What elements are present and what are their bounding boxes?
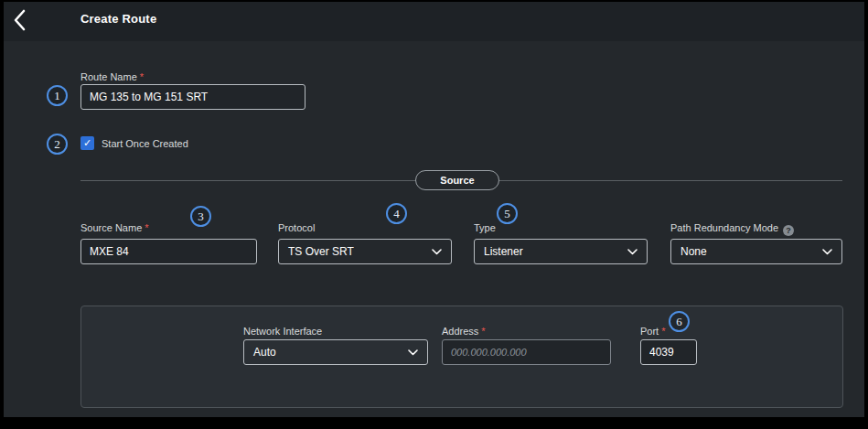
chevron-down-icon (822, 249, 832, 255)
port-label: Port* (640, 326, 665, 337)
type-label: Type (474, 222, 496, 233)
check-icon: ✓ (83, 138, 91, 148)
annotation-1: 1 (47, 85, 68, 106)
chevron-left-icon (12, 8, 27, 32)
chevron-down-icon (408, 349, 418, 356)
start-once-created-checkbox[interactable]: ✓ (80, 136, 94, 150)
network-interface-label: Network Interface (243, 326, 322, 337)
required-asterisk: * (661, 326, 665, 337)
protocol-label: Protocol (278, 222, 315, 233)
back-button[interactable] (5, 5, 33, 35)
route-name-label: Route Name* (80, 71, 144, 82)
port-input[interactable] (640, 339, 697, 365)
start-once-created-label: Start Once Created (102, 138, 188, 149)
chevron-down-icon (432, 249, 442, 255)
route-name-input[interactable] (80, 84, 305, 110)
type-select[interactable]: Listener (474, 239, 648, 264)
address-label: Address* (442, 326, 486, 337)
annotation-6: 6 (669, 311, 690, 332)
path-redundancy-mode-select[interactable]: None (670, 239, 842, 264)
required-asterisk: * (481, 326, 485, 337)
page-title: Create Route (80, 12, 156, 26)
source-section-label: Source (440, 175, 474, 186)
annotation-4: 4 (386, 203, 407, 224)
network-interface-selected-value: Auto (253, 346, 276, 359)
path-redundancy-mode-label: Path Redundancy Mode? (670, 222, 794, 236)
protocol-selected-value: TS Over SRT (288, 245, 354, 258)
protocol-select[interactable]: TS Over SRT (278, 239, 452, 264)
annotation-5: 5 (497, 203, 518, 224)
address-input[interactable] (442, 339, 611, 365)
required-asterisk: * (140, 71, 144, 82)
path-redundancy-selected-value: None (680, 245, 707, 258)
required-asterisk: * (145, 222, 148, 233)
help-icon[interactable]: ? (783, 225, 794, 236)
chevron-down-icon (627, 249, 638, 255)
source-name-label: Source Name* (80, 222, 149, 233)
annotation-3: 3 (190, 206, 211, 227)
source-section-pill: Source (415, 170, 499, 190)
network-interface-select[interactable]: Auto (243, 339, 428, 365)
annotation-2: 2 (47, 134, 68, 155)
source-name-input[interactable] (80, 239, 257, 264)
type-selected-value: Listener (484, 245, 523, 258)
